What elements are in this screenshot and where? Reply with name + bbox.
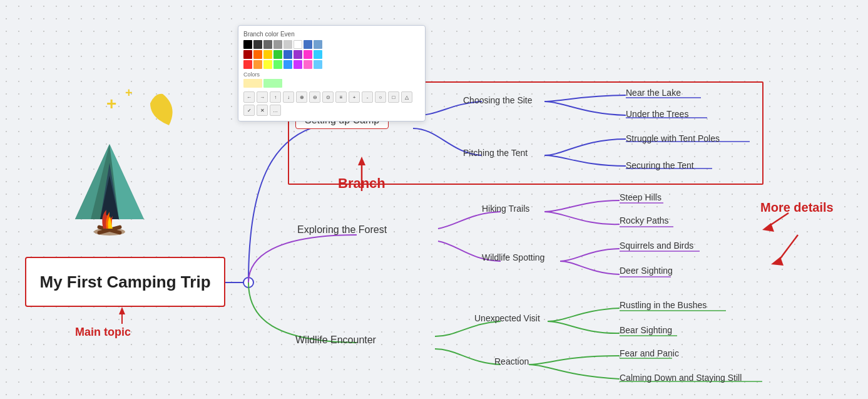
svg-line-6 — [770, 213, 789, 225]
under-trees-node[interactable]: Under the Trees — [626, 109, 688, 119]
color-swatch[interactable] — [263, 50, 272, 59]
color-swatch[interactable] — [253, 50, 262, 59]
securing-tent-node[interactable]: Securing the Tent — [626, 160, 694, 170]
near-lake-node[interactable]: Near the Lake — [626, 88, 681, 98]
reaction-node[interactable]: Reaction — [494, 356, 529, 366]
toolbar-icon[interactable]: ⊖ — [309, 91, 320, 103]
branch-annotation: Branch — [338, 175, 385, 192]
toolbar-icon[interactable]: ↑ — [270, 91, 281, 103]
color-swatch[interactable] — [253, 40, 262, 49]
unexpected-visit-node[interactable]: Unexpected Visit — [474, 313, 540, 323]
color-swatch[interactable] — [243, 60, 252, 69]
fear-panic-node[interactable]: Fear and Panic — [620, 348, 679, 358]
wildlife-encounter-node[interactable]: Wildlife Encounter — [295, 334, 376, 346]
color-swatch[interactable] — [263, 60, 272, 69]
color-swatch[interactable] — [294, 40, 302, 49]
color-swatch[interactable] — [243, 79, 262, 88]
color-swatch[interactable] — [283, 50, 292, 59]
toolbar-icon[interactable]: ⊙ — [322, 91, 334, 103]
calming-down-node[interactable]: Calming Down and Staying Still — [620, 373, 742, 383]
svg-marker-9 — [771, 257, 784, 266]
color-swatch[interactable] — [273, 40, 282, 49]
toolbar-icons: ← → ↑ ↓ ⊕ ⊖ ⊙ ≡ + - ○ □ △ ✓ ✕ … — [243, 91, 420, 116]
pitching-tent-node[interactable]: Pitching the Tent — [463, 148, 528, 158]
svg-marker-7 — [762, 223, 774, 232]
color-swatch[interactable] — [263, 79, 282, 88]
color-row-4 — [243, 79, 420, 88]
toolbar-icon[interactable]: ↓ — [283, 91, 294, 103]
color-swatch[interactable] — [314, 60, 322, 69]
wildlife-spotting-node[interactable]: Wildlife Spotting — [482, 252, 544, 262]
color-swatch[interactable] — [294, 50, 302, 59]
colors-label: Colors — [243, 71, 420, 78]
toolbar-icon[interactable]: ≡ — [335, 91, 347, 103]
color-swatch[interactable] — [253, 60, 262, 69]
color-swatch[interactable] — [263, 40, 272, 49]
main-topic-annotation: Main topic — [75, 326, 131, 339]
main-topic-text: My First Camping Trip — [39, 272, 210, 292]
color-swatch[interactable] — [283, 60, 292, 69]
color-swatch[interactable] — [314, 50, 322, 59]
toolbar-icon[interactable]: ✕ — [257, 105, 268, 116]
squirrels-birds-node[interactable]: Squirrels and Birds — [620, 241, 693, 251]
rustling-bushes-node[interactable]: Rustling in the Bushes — [620, 300, 707, 310]
exploring-forest-node[interactable]: Exploring the Forest — [297, 224, 387, 236]
toolbar-icon[interactable]: - — [362, 91, 373, 103]
toolbar-icon[interactable]: ✓ — [243, 105, 255, 116]
rocky-paths-node[interactable]: Rocky Paths — [620, 215, 669, 225]
toolbar-icon[interactable]: ○ — [375, 91, 386, 103]
color-swatch[interactable] — [273, 50, 282, 59]
color-swatch[interactable] — [304, 40, 312, 49]
toolbar-icon[interactable]: … — [270, 105, 281, 116]
svg-marker-3 — [119, 307, 125, 314]
toolbar-icon[interactable]: → — [257, 91, 268, 103]
toolbar-icon[interactable]: ← — [243, 91, 255, 103]
toolbar-icon[interactable]: ⊕ — [296, 91, 307, 103]
deer-sighting-node[interactable]: Deer Sighting — [620, 266, 673, 276]
color-swatch[interactable] — [314, 40, 322, 49]
color-swatch[interactable] — [243, 40, 252, 49]
toolbar-icon[interactable]: + — [349, 91, 360, 103]
color-toolbar-panel: Branch color Even Colors ← → — [238, 25, 426, 122]
svg-marker-5 — [358, 157, 365, 165]
more-details-annotation: More details — [760, 200, 834, 215]
color-swatch[interactable] — [283, 40, 292, 49]
svg-point-1 — [243, 277, 253, 288]
bear-sighting-node[interactable]: Bear Sighting — [620, 325, 672, 335]
branch-color-label: Branch color Even — [243, 31, 420, 38]
svg-text:+: + — [125, 86, 133, 100]
color-swatch[interactable] — [294, 60, 302, 69]
svg-text:+: + — [106, 94, 116, 113]
struggle-poles-node[interactable]: Struggle with Tent Poles — [626, 133, 720, 143]
color-swatch[interactable] — [304, 50, 312, 59]
hiking-trails-node[interactable]: Hiking Trails — [482, 204, 529, 214]
choosing-site-node[interactable]: Choosing the Site — [463, 95, 533, 105]
color-row-2 — [243, 50, 420, 59]
color-row-1 — [243, 40, 420, 49]
color-swatch[interactable] — [273, 60, 282, 69]
steep-hills-node[interactable]: Steep Hills — [620, 192, 661, 202]
color-swatch[interactable] — [304, 60, 312, 69]
toolbar-icon[interactable]: △ — [401, 91, 412, 103]
color-swatch[interactable] — [243, 50, 252, 59]
svg-line-8 — [779, 235, 798, 260]
toolbar-icon[interactable]: □ — [388, 91, 399, 103]
main-topic-box[interactable]: My First Camping Trip — [25, 257, 225, 307]
color-row-3 — [243, 60, 420, 69]
